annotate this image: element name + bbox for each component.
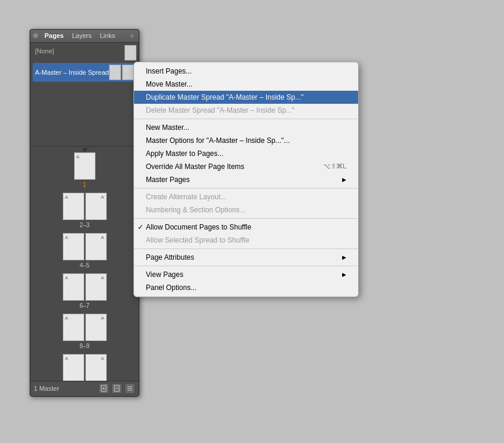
spread-pages-4-5: A A (63, 233, 107, 260)
page-spread-2-3: A A 2–3 (63, 193, 107, 228)
menu-apply-master[interactable]: Apply Master to Pages... (134, 147, 358, 160)
page-arrow (82, 148, 88, 152)
panel-options-button[interactable] (125, 383, 135, 394)
options-icon (126, 385, 133, 392)
spread-label-6-7: 6–7 (79, 302, 90, 309)
tab-layers[interactable]: Layers (68, 32, 95, 39)
page-thumb-3[interactable]: A (85, 193, 107, 220)
page-label-a: A (76, 154, 79, 160)
page-label-a-5: A (101, 235, 104, 240)
checkmark-icon: ✓ (138, 223, 143, 231)
menu-panel-options-label: Panel Options... (146, 283, 196, 292)
page-thumb-6[interactable]: A (63, 273, 84, 301)
menu-move-master-label: Move Master... (146, 80, 193, 88)
menu-divider-1 (134, 119, 358, 119)
menu-allow-selected-label: Allow Selected Spread to Shuffle (146, 236, 250, 244)
pages-panel: Pages Layers Links ≡ [None] A-Master – I… (30, 29, 139, 397)
spread-label-8-9: 8–9 (79, 343, 90, 349)
menu-divider-5 (134, 266, 358, 266)
page-thumb-1[interactable]: A (74, 152, 95, 180)
page-thumb-4[interactable]: A (63, 233, 84, 260)
master-thumbnails (109, 65, 134, 80)
panel-menu-button[interactable]: ≡ (128, 31, 136, 40)
menu-allow-shuffle[interactable]: ✓ Allow Document Pages to Shuffle (134, 221, 358, 234)
page-thumb-2[interactable]: A (63, 193, 84, 220)
menu-divider-3 (134, 218, 358, 219)
page-thumb-11[interactable]: A (85, 354, 107, 381)
page-thumb-10[interactable]: A (63, 354, 84, 381)
masters-section: [None] A-Master – Inside Spread (30, 43, 139, 146)
menu-new-master-label: New Master... (146, 123, 189, 132)
menu-page-attributes[interactable]: Page Attributes (134, 251, 358, 264)
page-label-a-11: A (101, 356, 104, 361)
menu-numbering[interactable]: Numbering & Section Options... (134, 203, 358, 216)
menu-move-master[interactable]: Move Master... (134, 78, 358, 91)
page-label-a-2: A (65, 195, 68, 200)
menu-override-all-shortcut: ⌥⇧⌘L (323, 162, 346, 170)
master-thumb-right (122, 65, 134, 80)
menu-page-attributes-label: Page Attributes (146, 253, 194, 262)
tab-pages[interactable]: Pages (41, 32, 67, 39)
page-label-a-4: A (65, 235, 68, 240)
panel-bottom-bar: 1 Master (30, 381, 139, 396)
menu-create-alternate[interactable]: Create Alternate Layout... (134, 190, 358, 203)
page-label-a-7: A (101, 275, 104, 281)
menu-create-alternate-label: Create Alternate Layout... (146, 193, 227, 201)
spread-pages-8-9: A A (63, 314, 107, 341)
menu-divider-2 (134, 188, 358, 189)
menu-delete-master[interactable]: Delete Master Spread "A-Master – Inside … (134, 104, 358, 117)
spread-pages-1: A (74, 152, 95, 180)
panel-title-bar: Pages Layers Links ≡ (30, 30, 139, 43)
menu-apply-master-label: Apply Master to Pages... (146, 149, 224, 158)
page-spread-8-9: A A 8–9 (63, 314, 107, 349)
page-thumb-9[interactable]: A (85, 314, 107, 341)
menu-allow-shuffle-label: Allow Document Pages to Shuffle (146, 223, 251, 231)
page-thumb-5[interactable]: A (85, 233, 107, 260)
spread-label-4-5: 4–5 (79, 262, 90, 269)
new-page-button[interactable] (98, 383, 109, 394)
menu-divider-4 (134, 248, 358, 249)
page-label-a-6: A (65, 275, 68, 281)
page-thumb-7[interactable]: A (85, 273, 107, 301)
menu-insert-pages-label: Insert Pages... (146, 67, 192, 75)
master-item-label: A-Master – Inside Spread (35, 69, 109, 76)
menu-panel-options[interactable]: Panel Options... (134, 281, 358, 294)
menu-duplicate-master-label: Duplicate Master Spread "A-Master – Insi… (146, 93, 304, 101)
page-thumb-8[interactable]: A (63, 314, 84, 341)
pages-area: A 1 A A 2–3 (30, 146, 139, 381)
page-label-a-10: A (65, 356, 68, 361)
tab-links[interactable]: Links (96, 32, 119, 39)
panel-tabs: Pages Layers Links (41, 32, 128, 39)
menu-numbering-label: Numbering & Section Options... (146, 206, 245, 214)
close-button[interactable] (33, 33, 39, 39)
menu-allow-selected[interactable]: Allow Selected Spread to Shuffle (134, 234, 358, 247)
page-label-a-8: A (65, 315, 68, 321)
page-spread-6-7: A A 6–7 (63, 273, 107, 309)
delete-page-button[interactable] (111, 383, 122, 394)
delete-page-icon (113, 385, 120, 392)
spread-label-2-3: 2–3 (79, 222, 90, 228)
menu-master-pages-label: Master Pages (146, 176, 190, 184)
spread-pages-10-11: A A (63, 354, 107, 381)
menu-duplicate-master[interactable]: Duplicate Master Spread "A-Master – Insi… (134, 91, 358, 104)
spread-label-1: 1 (83, 181, 87, 188)
menu-delete-master-label: Delete Master Spread "A-Master – Inside … (146, 106, 295, 114)
spread-pages-6-7: A A (63, 273, 107, 301)
menu-master-options-label: Master Options for "A-Master – Inside Sp… (146, 136, 290, 145)
master-item[interactable]: A-Master – Inside Spread (33, 63, 136, 82)
menu-master-pages[interactable]: Master Pages (134, 173, 358, 186)
master-count-label: 1 Master (34, 385, 96, 392)
menu-view-pages[interactable]: View Pages (134, 268, 358, 281)
page-spread-4-5: A A 4–5 (63, 233, 107, 269)
menu-override-all[interactable]: Override All Master Page Items ⌥⇧⌘L (134, 160, 358, 173)
menu-master-options[interactable]: Master Options for "A-Master – Inside Sp… (134, 134, 358, 147)
menu-insert-pages[interactable]: Insert Pages... (134, 65, 358, 78)
page-spread-1: A 1 (74, 152, 95, 188)
spread-pages-2-3: A A (63, 193, 107, 220)
page-label-a-9: A (101, 315, 104, 321)
master-thumb-left (109, 65, 121, 80)
none-thumbnail (125, 45, 136, 60)
context-menu: Insert Pages... Move Master... Duplicate… (133, 62, 359, 297)
menu-new-master[interactable]: New Master... (134, 121, 358, 134)
menu-override-all-label: Override All Master Page Items (146, 162, 244, 171)
